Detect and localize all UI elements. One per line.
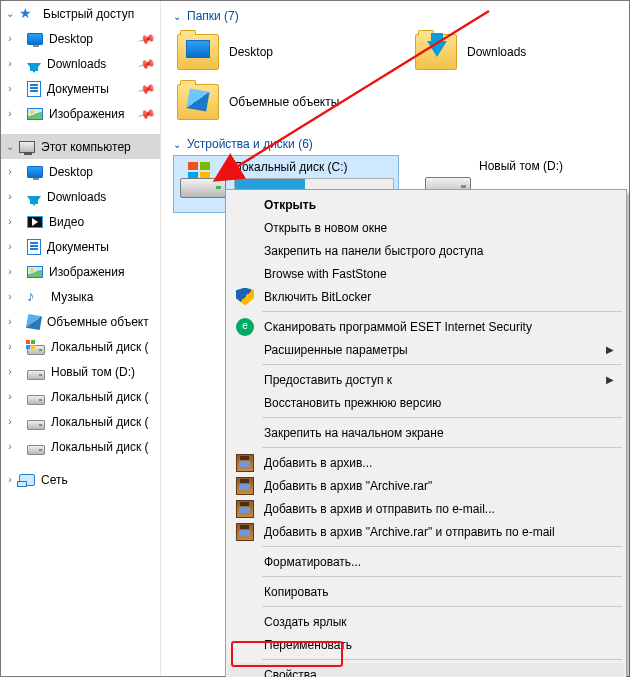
chevron-down-icon: ⌄ [5,141,15,152]
ctx-restore-version[interactable]: Восстановить прежнюю версию [228,391,624,414]
chevron-right-icon: › [5,416,15,427]
tree-label: Этот компьютер [41,140,131,154]
tree-item[interactable]: ›Объемные объект [1,309,160,334]
ctx-eset-scan[interactable]: e Сканировать программой ESET Internet S… [228,315,624,338]
group-header-folders[interactable]: ⌄ Папки (7) [173,9,629,23]
pin-icon: 📌 [137,104,157,124]
drive-icon [27,420,45,430]
tree-label: Изображения [49,107,124,121]
tree-item[interactable]: ›Downloads📌 [1,51,160,76]
tree-label: Downloads [47,190,106,204]
desktop-icon [27,166,43,178]
folder-tile[interactable]: Desktop [173,27,391,77]
tree-label: Быстрый доступ [43,7,134,21]
winrar-icon [236,523,254,541]
chevron-right-icon: › [5,241,15,252]
tree-item[interactable]: ›Изображения📌 [1,101,160,126]
chevron-right-icon: ▶ [606,374,614,385]
ctx-grant-access[interactable]: Предоставить доступ к▶ [228,368,624,391]
chevron-right-icon: › [5,366,15,377]
ctx-open-new-window[interactable]: Открыть в новом окне [228,216,624,239]
tree-label: Локальный диск ( [51,340,149,354]
tree-item[interactable]: ›Новый том (D:) [1,359,160,384]
ctx-rar-add[interactable]: Добавить в архив... [228,451,624,474]
tree-item[interactable]: ›Музыка [1,284,160,309]
folder-label: Desktop [229,45,273,59]
tree-item[interactable]: ›Изображения [1,259,160,284]
tree-item[interactable]: ›Локальный диск ( [1,384,160,409]
ctx-pin-start[interactable]: Закрепить на начальном экране [228,421,624,444]
tree-item[interactable]: ›Desktop [1,159,160,184]
ctx-rar-here-mail[interactable]: Добавить в архив "Archive.rar" и отправи… [228,520,624,543]
chevron-right-icon: › [5,58,15,69]
winrar-icon [236,454,254,472]
cube-icon [26,313,42,329]
chevron-right-icon: › [5,33,15,44]
group-header-label: Устройства и диски (6) [187,137,313,151]
chevron-right-icon: › [5,441,15,452]
folder-label: Объемные объекты [229,95,339,109]
network-icon [19,474,35,486]
chevron-down-icon: ⌄ [173,11,181,22]
folder-tile[interactable]: Объемные объекты [173,77,403,127]
group-header-label: Папки (7) [187,9,239,23]
chevron-down-icon: ⌄ [173,139,181,150]
pc-icon [19,141,35,153]
tree-item[interactable]: ›Desktop📌 [1,26,160,51]
tree-item[interactable]: ›Локальный диск ( [1,334,160,359]
separator [262,606,622,607]
ctx-rename[interactable]: Переименовать [228,633,624,656]
ctx-shortcut[interactable]: Создать ярлык [228,610,624,633]
tree-label: Desktop [49,32,93,46]
dl-icon [27,63,41,73]
chevron-down-icon: ⌄ [5,8,15,19]
context-menu: Открыть Открыть в новом окне Закрепить н… [225,189,627,677]
tree-item[interactable]: ›Downloads [1,184,160,209]
folder-icon [415,34,457,70]
tree-this-pc[interactable]: ⌄ Этот компьютер [1,134,160,159]
tree-item[interactable]: ›Локальный диск ( [1,434,160,459]
chevron-right-icon: › [5,83,15,94]
tree-label: Видео [49,215,84,229]
tree-label: Downloads [47,57,106,71]
ctx-browse-faststone[interactable]: Browse with FastStone [228,262,624,285]
ctx-format[interactable]: Форматировать... [228,550,624,573]
tree-label: Документы [47,82,109,96]
winrar-icon [236,500,254,518]
separator [262,311,622,312]
tree-label: Desktop [49,165,93,179]
tree-item[interactable]: ›Документы📌 [1,76,160,101]
folder-tile[interactable]: Downloads [411,27,629,77]
img-icon [27,266,43,278]
folder-icon [177,34,219,70]
tree-item[interactable]: ›Видео [1,209,160,234]
video-icon [27,216,43,228]
chevron-right-icon: › [5,216,15,227]
separator [262,417,622,418]
ctx-pin-quick-access[interactable]: Закрепить на панели быстрого доступа [228,239,624,262]
ctx-copy[interactable]: Копировать [228,580,624,603]
ctx-properties[interactable]: Свойства [228,663,624,677]
ctx-rar-add-here[interactable]: Добавить в архив "Archive.rar" [228,474,624,497]
navigation-tree: ⌄ Быстрый доступ ›Desktop📌›Downloads📌›До… [1,1,161,676]
group-header-drives[interactable]: ⌄ Устройства и диски (6) [173,137,629,151]
doc-icon [27,81,41,97]
tree-item[interactable]: ›Локальный диск ( [1,409,160,434]
ctx-eset-advanced[interactable]: Расширенные параметры▶ [228,338,624,361]
eset-icon: e [236,318,254,336]
folder-icon [177,84,219,120]
tree-label: Изображения [49,265,124,279]
separator [262,546,622,547]
ctx-bitlocker[interactable]: Включить BitLocker [228,285,624,308]
drive-icon [180,162,226,198]
pin-icon: 📌 [137,29,157,49]
desktop-icon [27,33,43,45]
tree-quick-access[interactable]: ⌄ Быстрый доступ [1,1,160,26]
ctx-open[interactable]: Открыть [228,193,624,216]
tree-label: Музыка [51,290,93,304]
ctx-rar-mail[interactable]: Добавить в архив и отправить по e-mail..… [228,497,624,520]
tree-network[interactable]: › Сеть [1,467,160,492]
tree-label: Документы [47,240,109,254]
tree-item[interactable]: ›Документы [1,234,160,259]
tree-label: Локальный диск ( [51,415,149,429]
